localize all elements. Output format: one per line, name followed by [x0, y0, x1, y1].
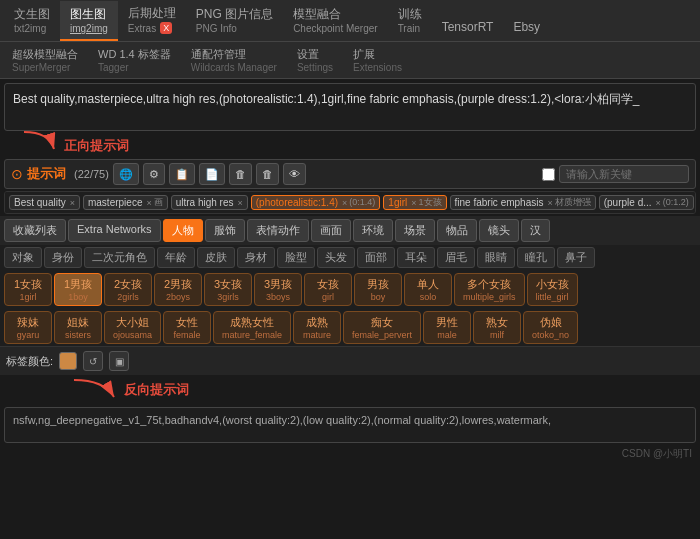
cat-items[interactable]: 物品 — [437, 219, 477, 242]
cat-scene[interactable]: 场景 — [395, 219, 435, 242]
chip-close-icon[interactable]: × — [146, 198, 151, 208]
chip-photorealistic[interactable]: (photorealistic:1.4) × (0:1.4) — [251, 195, 381, 210]
color-pick-icon[interactable]: ▣ — [109, 351, 129, 371]
keyword-search-input[interactable] — [559, 165, 689, 183]
tab-extras[interactable]: 后期处理 Extras X — [118, 0, 186, 41]
nav-tagger[interactable]: WD 1.4 标签器 Tagger — [90, 44, 179, 76]
subcat-body[interactable]: 身材 — [237, 247, 275, 268]
char-solo[interactable]: 单人solo — [404, 273, 452, 306]
cat-han[interactable]: 汉 — [521, 219, 550, 242]
cat-favorites[interactable]: 收藏列表 — [4, 219, 66, 242]
extras-badge: X — [160, 22, 172, 34]
cat-environment[interactable]: 环境 — [353, 219, 393, 242]
char-milf[interactable]: 熟女milf — [473, 311, 521, 344]
tab-txt2img-sublabel: txt2img — [14, 23, 50, 34]
cat-picture[interactable]: 画面 — [311, 219, 351, 242]
char-1girl[interactable]: 1女孩1girl — [4, 273, 52, 306]
char-female[interactable]: 女性female — [163, 311, 211, 344]
subcat-eyebrows[interactable]: 眉毛 — [437, 247, 475, 268]
tab-pnginfo[interactable]: PNG 图片信息 PNG Info — [186, 1, 283, 41]
chip-close-icon[interactable]: × — [656, 198, 661, 208]
subcat-face-shape[interactable]: 脸型 — [277, 247, 315, 268]
char-2girls[interactable]: 2女孩2girls — [104, 273, 152, 306]
tag-color-row: 标签颜色: ↺ ▣ — [0, 346, 700, 375]
footer: CSDN @小明TI — [0, 445, 700, 463]
subcat-hair[interactable]: 头发 — [317, 247, 355, 268]
prompt-title: 提示词 — [27, 165, 66, 183]
negative-prompt-text: nsfw,ng_deepnegative_v1_75t,badhandv4,(w… — [13, 414, 551, 426]
subcat-pupils[interactable]: 瞳孔 — [517, 247, 555, 268]
cat-clothing[interactable]: 服饰 — [205, 219, 245, 242]
char-1boy[interactable]: 1男孩1boy — [54, 273, 102, 306]
chip-1girl[interactable]: 1girl × 1女孩 — [383, 195, 446, 210]
char-multiple-girls[interactable]: 多个女孩multiple_girls — [454, 273, 525, 306]
subcat-ears[interactable]: 耳朵 — [397, 247, 435, 268]
char-female-pervert[interactable]: 痴女female_pervert — [343, 311, 421, 344]
chip-fine-fabric[interactable]: fine fabric emphasis × 材质增强 — [450, 195, 596, 210]
new-keyword-checkbox[interactable] — [542, 168, 555, 181]
icon-globe[interactable]: 🌐 — [113, 163, 139, 185]
nav-supermerger[interactable]: 超级模型融合 SuperMerger — [4, 44, 86, 76]
chip-close-icon[interactable]: × — [342, 198, 347, 208]
subcat-nose[interactable]: 鼻子 — [557, 247, 595, 268]
char-girl[interactable]: 女孩girl — [304, 273, 352, 306]
nav-extensions[interactable]: 扩展 Extensions — [345, 44, 410, 76]
nav-supermerger-sublabel: SuperMerger — [12, 62, 78, 73]
cat-expression[interactable]: 表情动作 — [247, 219, 309, 242]
icon-copy2[interactable]: 📄 — [199, 163, 225, 185]
positive-prompt-area[interactable]: Best quality,masterpiece,ultra high res,… — [4, 83, 696, 131]
char-sisters[interactable]: 姐妹sisters — [54, 311, 102, 344]
tab-ebsy[interactable]: Ebsy — [503, 15, 550, 41]
icon-trash2[interactable]: 🗑 — [256, 163, 279, 185]
char-mature[interactable]: 成熟mature — [293, 311, 341, 344]
subcat-identity[interactable]: 身份 — [44, 247, 82, 268]
positive-annotation-area: 正向提示词 — [4, 135, 696, 157]
tab-tensorrt[interactable]: TensorRT — [432, 15, 504, 41]
char-3boys[interactable]: 3男孩3boys — [254, 273, 302, 306]
cat-lens[interactable]: 镜头 — [479, 219, 519, 242]
subcat-eyes[interactable]: 眼睛 — [477, 247, 515, 268]
char-mature-female[interactable]: 成熟女性mature_female — [213, 311, 291, 344]
subcat-skin[interactable]: 皮肤 — [197, 247, 235, 268]
nav-settings[interactable]: 设置 Settings — [289, 44, 341, 76]
tab-img2img[interactable]: 图生图 img2img — [60, 1, 118, 41]
subcat-object[interactable]: 对象 — [4, 247, 42, 268]
tab-txt2img[interactable]: 文生图 txt2img — [4, 1, 60, 41]
fine-fabric-text: fine fabric emphasis — [455, 197, 544, 208]
chip-purple-dress[interactable]: (purple d... × (0:1.2) — [599, 195, 694, 210]
chip-close-icon[interactable]: × — [547, 198, 552, 208]
tab-merger[interactable]: 模型融合 Checkpoint Merger — [283, 1, 387, 41]
tab-train[interactable]: 训练 Train — [388, 1, 432, 41]
subcat-face[interactable]: 面部 — [357, 247, 395, 268]
char-male[interactable]: 男性male — [423, 311, 471, 344]
subcat-2d[interactable]: 二次元角色 — [84, 247, 155, 268]
char-boy[interactable]: 男孩boy — [354, 273, 402, 306]
icon-settings[interactable]: ⚙ — [143, 163, 165, 185]
icon-trash1[interactable]: 🗑 — [229, 163, 252, 185]
cat-character[interactable]: 人物 — [163, 219, 203, 242]
chip-close-icon[interactable]: × — [238, 198, 243, 208]
char-otoko[interactable]: 伪娘otoko_no — [523, 311, 578, 344]
cat-extra-networks[interactable]: Extra Networks — [68, 219, 161, 242]
chip-best-quality[interactable]: Best quality × — [9, 195, 80, 210]
tab-img2img-label: 图生图 — [70, 6, 108, 23]
char-little-girl[interactable]: 小女孩little_girl — [527, 273, 578, 306]
color-swatch[interactable] — [59, 352, 77, 370]
char-3girls[interactable]: 3女孩3girls — [204, 273, 252, 306]
tab-tensorrt-label: TensorRT — [442, 20, 494, 34]
chip-close-icon[interactable]: × — [411, 198, 416, 208]
icon-copy1[interactable]: 📋 — [169, 163, 195, 185]
char-ojousama[interactable]: 大小姐ojousama — [104, 311, 161, 344]
negative-prompt-area[interactable]: nsfw,ng_deepnegative_v1_75t,badhandv4,(w… — [4, 407, 696, 443]
chip-close-icon[interactable]: × — [70, 198, 75, 208]
char-gyaru[interactable]: 辣妹gyaru — [4, 311, 52, 344]
chip-ultra-high-res[interactable]: ultra high res × — [171, 195, 248, 210]
chip-masterpiece[interactable]: masterpiece × 画 — [83, 195, 168, 210]
subcat-age[interactable]: 年龄 — [157, 247, 195, 268]
icon-eye[interactable]: 👁 — [283, 163, 306, 185]
nav-settings-label: 设置 — [297, 47, 333, 62]
color-reset-icon[interactable]: ↺ — [83, 351, 103, 371]
tab-train-label: 训练 — [398, 6, 422, 23]
nav-wildcards[interactable]: 通配符管理 Wildcards Manager — [183, 44, 285, 76]
char-2boys[interactable]: 2男孩2boys — [154, 273, 202, 306]
